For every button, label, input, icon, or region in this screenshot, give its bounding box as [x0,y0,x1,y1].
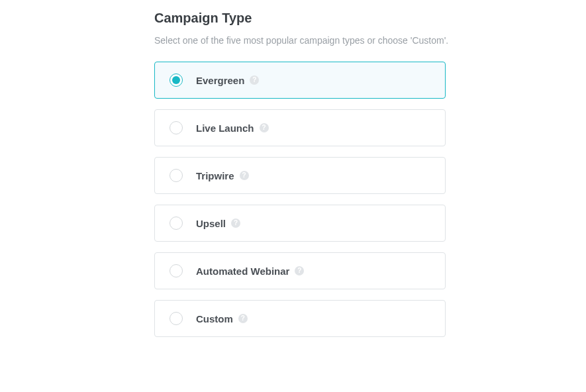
radio-icon [170,74,183,87]
option-label: Automated Webinar [196,266,289,277]
option-automated-webinar[interactable]: Automated Webinar ? [154,252,446,289]
option-label: Tripwire [196,170,234,181]
option-live-launch[interactable]: Live Launch ? [154,109,446,146]
option-label: Live Launch [196,122,254,134]
radio-icon [170,121,183,134]
help-icon[interactable]: ? [250,75,259,85]
section-description: Select one of the five most popular camp… [154,35,586,46]
help-icon[interactable]: ? [231,219,240,228]
radio-icon [170,264,183,277]
radio-icon [170,169,183,182]
section-heading: Campaign Type [154,11,586,26]
campaign-type-options: Evergreen ? Live Launch ? Tripwire ? Ups… [154,62,446,337]
option-label: Custom [196,313,233,324]
radio-dot-icon [172,76,180,84]
help-icon[interactable]: ? [238,314,248,323]
help-icon[interactable]: ? [240,171,249,180]
option-label: Evergreen [196,75,244,86]
option-label: Upsell [196,218,226,229]
option-tripwire[interactable]: Tripwire ? [154,157,446,194]
option-custom[interactable]: Custom ? [154,300,446,337]
radio-icon [170,312,183,325]
radio-icon [170,217,183,230]
option-upsell[interactable]: Upsell ? [154,205,446,242]
help-icon[interactable]: ? [295,266,304,275]
help-icon[interactable]: ? [260,123,269,132]
option-evergreen[interactable]: Evergreen ? [154,62,446,99]
